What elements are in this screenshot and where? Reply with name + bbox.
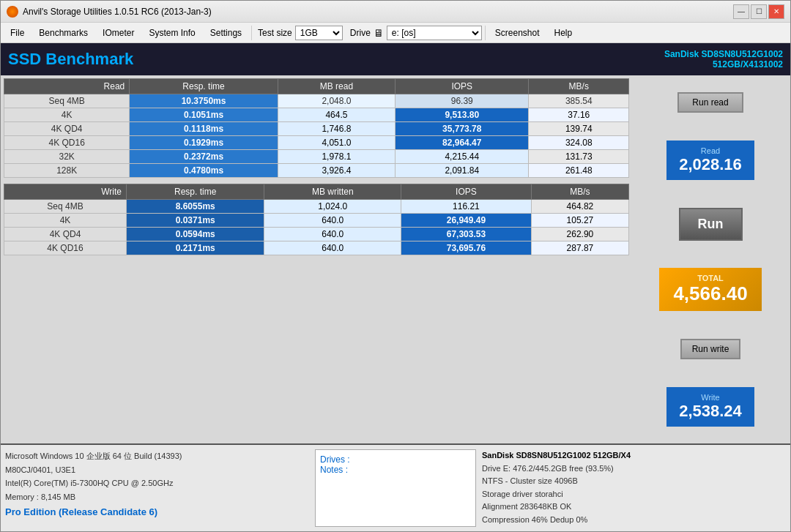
footer-ssd-model: SanDisk SD8SN8U512G1002 512GB/X4 (482, 449, 786, 462)
maximize-button[interactable]: ☐ (751, 4, 767, 19)
write-mbs-4k: 105.27 (531, 214, 628, 228)
close-button[interactable]: ✕ (768, 4, 784, 19)
write-mb-4kqd4: 640.0 (264, 228, 401, 241)
table-row: Seq 4MB 8.6055ms 1,024.0 116.21 464.82 (4, 200, 629, 214)
write-label-4kqd4: 4K QD4 (4, 228, 127, 241)
menu-bar: File Benchmarks IOmeter System Info Sett… (1, 23, 790, 43)
footer-pro-edition: Pro Edition (Release Candidate 6) (5, 504, 309, 520)
drive-info-line1: SanDisk SD8SN8U512G1002 (664, 49, 783, 59)
menu-settings[interactable]: Settings (204, 25, 248, 41)
menu-file[interactable]: File (4, 25, 31, 41)
read-label-128k: 128K (4, 164, 130, 178)
app-title: SSD Benchmark (8, 50, 133, 69)
read-iops-4kqd16: 82,964.47 (396, 136, 529, 150)
table-row: 128K 0.4780ms 3,926.4 2,091.84 261.48 (4, 164, 629, 178)
title-bar: Anvil's Storage Utilities 1.0.51 RC6 (20… (1, 1, 790, 23)
drive-icon: 🖥 (374, 27, 384, 39)
read-label-4k: 4K (4, 108, 130, 122)
write-resp-col: Resp. time (127, 184, 264, 200)
footer-cpu: Intel(R) Core(TM) i5-7300HQ CPU @ 2.50GH… (5, 476, 309, 490)
write-mbs-col: MB/s (531, 184, 628, 200)
read-mbs-4kqd4: 139.74 (529, 122, 629, 136)
footer: Microsoft Windows 10 企业版 64 位 Build (143… (1, 443, 790, 531)
resp-time-col-header: Resp. time (130, 79, 278, 94)
separator-2 (485, 26, 486, 40)
write-label-4k: 4K (4, 214, 127, 228)
write-mb-4kqd16: 640.0 (264, 241, 401, 255)
menu-screenshot[interactable]: Screenshot (489, 25, 546, 41)
iops-read-col-header: IOPS (396, 79, 529, 94)
footer-storage-driver: Storage driver storahci (482, 488, 786, 501)
app-icon (7, 6, 18, 18)
total-score-value: 4,566.40 (669, 282, 751, 305)
read-mbs-seq4mb: 385.54 (529, 94, 629, 108)
drive-info: SanDisk SD8SN8U512G1002 512GB/X4131002 (664, 49, 783, 70)
read-mbs-4kqd16: 324.08 (529, 136, 629, 150)
write-iops-seq4mb: 116.21 (401, 200, 532, 214)
read-mb-32k: 1,978.1 (278, 150, 395, 164)
read-label-4kqd4: 4K QD4 (4, 122, 130, 136)
footer-ntfs: NTFS - Cluster size 4096B (482, 475, 786, 488)
menu-help[interactable]: Help (548, 25, 579, 41)
total-score-box: TOTAL 4,566.40 (659, 268, 762, 311)
window-controls: — ☐ ✕ (733, 4, 784, 19)
read-mb-4kqd4: 1,746.8 (278, 122, 395, 136)
run-read-button[interactable]: Run read (677, 92, 743, 113)
separator-1 (251, 26, 252, 40)
window-title: Anvil's Storage Utilities 1.0.51 RC6 (20… (23, 7, 212, 17)
main-window: Anvil's Storage Utilities 1.0.51 RC6 (20… (0, 0, 791, 532)
read-score-box: Read 2,028.16 (666, 141, 754, 180)
menu-iometer[interactable]: IOmeter (96, 25, 141, 41)
test-size-group: Test size 1GB 512MB 2GB 4GB (258, 26, 343, 40)
drive-select[interactable]: e: [os] (387, 26, 482, 40)
read-resp-4kqd4: 0.1118ms (130, 122, 278, 136)
read-resp-4k: 0.1051ms (130, 108, 278, 122)
read-resp-4kqd16: 0.1929ms (130, 136, 278, 150)
read-resp-32k: 0.2372ms (130, 150, 278, 164)
footer-alignment: Alignment 283648KB OK (482, 501, 786, 514)
write-resp-4k: 0.0371ms (127, 214, 264, 228)
read-label-32k: 32K (4, 150, 130, 164)
read-mb-seq4mb: 2,048.0 (278, 94, 395, 108)
run-button[interactable]: Run (679, 208, 743, 241)
mb-read-col-header: MB read (278, 79, 395, 94)
read-score-value: 2,028.16 (677, 155, 744, 174)
write-resp-seq4mb: 8.6055ms (127, 200, 264, 214)
write-label-4kqd16: 4K QD16 (4, 241, 127, 255)
table-row: 32K 0.2372ms 1,978.1 4,215.44 131.73 (4, 150, 629, 164)
write-table: Write Resp. time MB written IOPS MB/s Se… (4, 184, 629, 255)
read-rows: Seq 4MB 10.3750ms 2,048.0 96.39 385.54 4… (4, 94, 629, 178)
footer-drives: Drives : Notes : (315, 449, 476, 527)
write-mb-4k: 640.0 (264, 214, 401, 228)
read-score-label: Read (677, 146, 744, 155)
main-content: Read Resp. time MB read IOPS MB/s Seq 4M… (1, 75, 790, 443)
menu-systeminfo[interactable]: System Info (142, 25, 201, 41)
footer-compression: Compression 46% Dedup 0% (482, 514, 786, 527)
read-mb-4kqd16: 4,051.0 (278, 136, 395, 150)
footer-drive-e: Drive E: 476.2/445.2GB free (93.5%) (482, 462, 786, 476)
drive-info-line2: 512GB/X4131002 (664, 59, 783, 70)
write-iops-4k: 26,949.49 (401, 214, 532, 228)
write-label-seq4mb: Seq 4MB (4, 200, 127, 214)
menu-benchmarks[interactable]: Benchmarks (32, 25, 94, 41)
table-row: Seq 4MB 10.3750ms 2,048.0 96.39 385.54 (4, 94, 629, 108)
write-mb-col: MB written (264, 184, 401, 200)
read-resp-128k: 0.4780ms (130, 164, 278, 178)
footer-drives-label: Drives : (320, 454, 471, 465)
table-row: 4K QD4 0.1118ms 1,746.8 35,773.78 139.74 (4, 122, 629, 136)
minimize-button[interactable]: — (733, 4, 749, 19)
read-mbs-128k: 261.48 (529, 164, 629, 178)
write-mbs-seq4mb: 464.82 (531, 200, 628, 214)
read-resp-seq4mb: 10.3750ms (130, 94, 278, 108)
footer-os: Microsoft Windows 10 企业版 64 位 Build (143… (5, 449, 309, 463)
write-resp-4kqd4: 0.0594ms (127, 228, 264, 241)
run-write-button[interactable]: Run write (680, 339, 741, 359)
footer-cpu-id: M80CJ/0401, U3E1 (5, 463, 309, 477)
read-table: Read Resp. time MB read IOPS MB/s Seq 4M… (4, 78, 629, 178)
test-size-select[interactable]: 1GB 512MB 2GB 4GB (295, 26, 343, 40)
write-iops-4kqd16: 73,695.76 (401, 241, 532, 255)
table-row: 4K QD4 0.0594ms 640.0 67,303.53 262.90 (4, 228, 629, 241)
read-mb-128k: 3,926.4 (278, 164, 395, 178)
read-label-4kqd16: 4K QD16 (4, 136, 130, 150)
table-row: 4K QD16 0.2171ms 640.0 73,695.76 287.87 (4, 241, 629, 255)
